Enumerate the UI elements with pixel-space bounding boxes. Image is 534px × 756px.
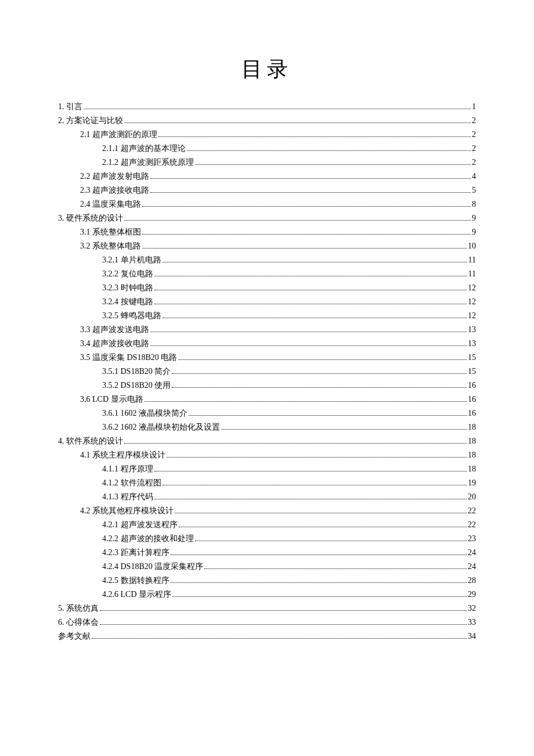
toc-entry-page: 19 xyxy=(468,476,476,490)
toc-leader-dots xyxy=(154,304,467,304)
toc-entry[interactable]: 3.6.2 1602 液晶模块初始化及设置18 xyxy=(58,420,476,434)
toc-entry-label: 4.2.6 LCD 显示程序 xyxy=(102,588,171,602)
toc-entry[interactable]: 2.4 温度采集电路8 xyxy=(58,197,476,211)
page-title: 目录 xyxy=(58,55,476,84)
toc-entry-page: 16 xyxy=(468,406,476,420)
toc-entry-label: 4.2 系统其他程序模块设计 xyxy=(80,504,174,518)
toc-entry-label: 3.2.4 按键电路 xyxy=(102,295,153,309)
toc-leader-dots xyxy=(124,123,471,123)
toc-entry-label: 3.2.3 时钟电路 xyxy=(102,281,153,295)
toc-leader-dots xyxy=(204,568,467,569)
toc-entry[interactable]: 2. 方案论证与比较2 xyxy=(58,114,476,128)
toc-entry[interactable]: 4.2.3 距离计算程序24 xyxy=(58,546,476,560)
toc-leader-dots xyxy=(221,429,467,430)
toc-entry[interactable]: 4.1.2 软件流程图19 xyxy=(58,476,476,490)
toc-entry[interactable]: 5. 系统仿真32 xyxy=(58,602,476,615)
toc-entry-label: 4.2.1 超声波发送程序 xyxy=(102,518,178,532)
toc-entry-label: 3.5.2 DS18B20 使用 xyxy=(102,379,171,393)
toc-entry[interactable]: 6. 心得体会33 xyxy=(58,615,476,629)
toc-leader-dots xyxy=(163,262,467,262)
toc-entry-label: 5. 系统仿真 xyxy=(58,602,99,615)
toc-entry-label: 3.2.5 蜂鸣器电路 xyxy=(102,309,161,323)
toc-entry-label: 2.1.1 超声波的基本理论 xyxy=(102,142,186,156)
toc-leader-dots xyxy=(100,624,467,625)
toc-entry[interactable]: 1. 引言1 xyxy=(58,100,476,114)
toc-entry[interactable]: 4.2.4 DS18B20 温度采集程序24 xyxy=(58,560,476,574)
toc-leader-dots xyxy=(167,457,467,458)
toc-entry[interactable]: 3.2.5 蜂鸣器电路12 xyxy=(58,309,476,323)
toc-entry-page: 23 xyxy=(468,532,476,546)
toc-entry[interactable]: 4.2.6 LCD 显示程序29 xyxy=(58,588,476,602)
toc-leader-dots xyxy=(154,290,467,290)
toc-entry[interactable]: 3.1 系统整体框图9 xyxy=(58,225,476,239)
toc-entry-page: 16 xyxy=(468,393,476,406)
toc-entry-label: 4.2.5 数据转换程序 xyxy=(102,574,169,588)
toc-entry[interactable]: 4.2.5 数据转换程序28 xyxy=(58,574,476,588)
toc-entry-label: 4.2.4 DS18B20 温度采集程序 xyxy=(102,560,203,574)
toc-entry[interactable]: 3.2 系统整体电路10 xyxy=(58,239,476,253)
toc-entry-page: 2 xyxy=(472,128,476,142)
toc-leader-dots xyxy=(158,136,471,137)
document-page: 目录 1. 引言12. 方案论证与比较22.1 超声波测距的原理22.1.1 超… xyxy=(0,0,534,756)
toc-leader-dots xyxy=(172,387,467,388)
toc-entry-label: 3.1 系统整体框图 xyxy=(80,225,141,239)
toc-entry-label: 6. 心得体会 xyxy=(58,615,99,629)
toc-entry-label: 2. 方案论证与比较 xyxy=(58,114,123,128)
toc-entry[interactable]: 3.2.3 时钟电路12 xyxy=(58,281,476,295)
toc-entry-label: 参考文献 xyxy=(58,629,91,643)
toc-leader-dots xyxy=(163,318,467,318)
toc-leader-dots xyxy=(172,373,467,374)
toc-entry-label: 4.1.1 程序原理 xyxy=(102,462,153,476)
toc-entry-page: 1 xyxy=(472,100,476,114)
toc-entry-label: 3.2 系统整体电路 xyxy=(80,239,141,253)
toc-entry-label: 3.5 温度采集 DS18B20 电路 xyxy=(80,351,177,365)
toc-entry[interactable]: 参考文献34 xyxy=(58,629,476,643)
toc-entry[interactable]: 3.2.1 单片机电路11 xyxy=(58,253,476,267)
toc-entry-page: 2 xyxy=(472,156,476,170)
toc-entry-page: 34 xyxy=(468,629,476,643)
toc-entry-page: 22 xyxy=(468,518,476,532)
toc-entry-page: 10 xyxy=(468,239,476,253)
toc-entry-page: 29 xyxy=(468,588,476,602)
toc-entry[interactable]: 4.1.3 程序代码20 xyxy=(58,490,476,504)
toc-entry[interactable]: 4.2.1 超声波发送程序22 xyxy=(58,518,476,532)
toc-entry-page: 18 xyxy=(468,448,476,462)
toc-leader-dots xyxy=(175,513,467,513)
toc-entry[interactable]: 3.5.2 DS18B20 使用16 xyxy=(58,379,476,393)
toc-entry[interactable]: 3.3 超声波发送电路13 xyxy=(58,323,476,337)
toc-entry-label: 2.1.2 超声波测距系统原理 xyxy=(102,156,194,170)
toc-entry[interactable]: 3.2.2 复位电路11 xyxy=(58,267,476,281)
toc-entry[interactable]: 4. 软件系统的设计18 xyxy=(58,434,476,448)
toc-leader-dots xyxy=(163,485,467,485)
toc-entry-label: 4. 软件系统的设计 xyxy=(58,434,123,448)
toc-entry-page: 5 xyxy=(472,183,476,197)
toc-entry[interactable]: 2.2 超声波发射电路4 xyxy=(58,170,476,183)
toc-entry-label: 2.2 超声波发射电路 xyxy=(80,170,149,183)
toc-entry[interactable]: 3.4 超声波接收电路13 xyxy=(58,337,476,351)
toc-entry[interactable]: 2.1.1 超声波的基本理论2 xyxy=(58,142,476,156)
toc-entry[interactable]: 2.1.2 超声波测距系统原理2 xyxy=(58,156,476,170)
toc-entry[interactable]: 4.1.1 程序原理18 xyxy=(58,462,476,476)
toc-entry-page: 12 xyxy=(468,281,476,295)
toc-leader-dots xyxy=(145,401,467,402)
toc-entry[interactable]: 3. 硬件系统的设计9 xyxy=(58,211,476,225)
toc-entry[interactable]: 4.2.2 超声波的接收和处理23 xyxy=(58,532,476,546)
toc-entry[interactable]: 3.6 LCD 显示电路16 xyxy=(58,393,476,406)
table-of-contents: 1. 引言12. 方案论证与比较22.1 超声波测距的原理22.1.1 超声波的… xyxy=(58,100,476,643)
toc-entry[interactable]: 4.1 系统主程序模块设计18 xyxy=(58,448,476,462)
toc-leader-dots xyxy=(179,527,467,527)
toc-entry-label: 1. 引言 xyxy=(58,100,82,114)
toc-leader-dots xyxy=(172,596,467,597)
toc-entry[interactable]: 2.3 超声波接收电路5 xyxy=(58,183,476,197)
toc-entry-page: 11 xyxy=(468,267,476,281)
toc-entry[interactable]: 3.5 温度采集 DS18B20 电路15 xyxy=(58,351,476,365)
toc-entry[interactable]: 3.2.4 按键电路12 xyxy=(58,295,476,309)
toc-entry[interactable]: 3.6.1 1602 液晶模块简介16 xyxy=(58,406,476,420)
toc-entry[interactable]: 4.2 系统其他程序模块设计22 xyxy=(58,504,476,518)
toc-leader-dots xyxy=(100,610,467,611)
toc-entry-label: 3.2.2 复位电路 xyxy=(102,267,153,281)
toc-leader-dots xyxy=(142,248,467,249)
toc-entry-page: 20 xyxy=(468,490,476,504)
toc-entry[interactable]: 2.1 超声波测距的原理2 xyxy=(58,128,476,142)
toc-entry[interactable]: 3.5.1 DS18B20 简介15 xyxy=(58,365,476,379)
